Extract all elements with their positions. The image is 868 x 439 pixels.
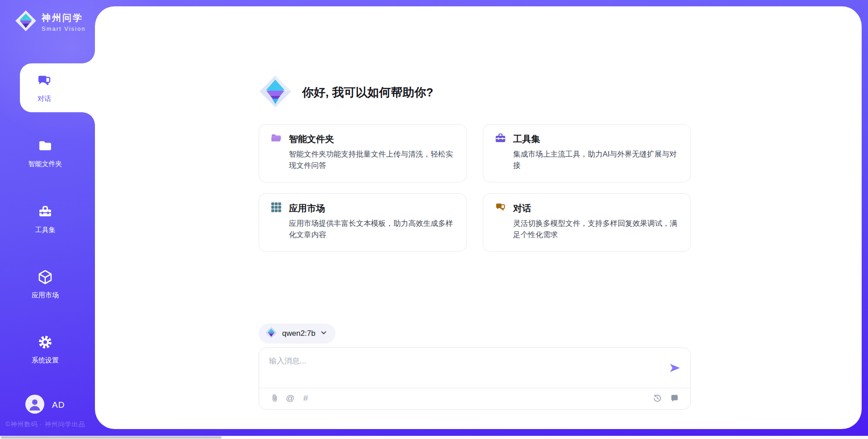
sidebar-item-label: 应用市场	[32, 291, 59, 300]
composer-toolbar: @ #	[259, 387, 690, 409]
horizontal-scrollbar-thumb[interactable]	[1, 436, 222, 439]
sidebar-item-smart-folder[interactable]: 智能文件夹	[0, 138, 90, 168]
message-input[interactable]	[259, 348, 648, 387]
sidebar-item-toolset[interactable]: 工具集	[0, 204, 90, 234]
card-description: 灵活切换多模型文件，支持多样回复效果调试，满足个性化需求	[513, 218, 679, 240]
sidebar-item-label: 工具集	[35, 226, 56, 234]
card-title: 工具集	[513, 133, 540, 145]
feature-cards: 智能文件夹 智能文件夹功能支持批量文件上传与清洗，轻松实现文件问答	[259, 124, 691, 252]
brand-diamond-icon	[15, 10, 37, 33]
attachment-icon[interactable]	[268, 391, 282, 405]
sidebar-item-app-market[interactable]: 应用市场	[0, 269, 90, 300]
send-icon[interactable]	[669, 362, 681, 374]
brand-name: 神州问学	[42, 12, 85, 24]
card-title: 对话	[513, 202, 531, 215]
card-app-market[interactable]: 应用市场 应用市场提供丰富长文本模板，助力高效生成多样化文章内容	[259, 193, 467, 252]
topic-hash-icon[interactable]: #	[299, 391, 312, 405]
toolbox-icon	[495, 133, 506, 145]
toolbox-icon	[37, 204, 53, 222]
greeting-block: 你好, 我可以如何帮助你?	[259, 76, 691, 109]
brand-logo: 神州问学 Smart Vision	[15, 10, 85, 33]
card-smart-folder[interactable]: 智能文件夹 智能文件夹功能支持批量文件上传与清洗，轻松实现文件问答	[259, 124, 467, 182]
brand-subtitle: Smart Vision	[42, 25, 85, 32]
content-column: 你好, 我可以如何帮助你? 智能文件夹 智能文件夹功能支持批量文件上传与清洗，轻…	[259, 76, 691, 410]
mention-icon[interactable]: @	[283, 391, 297, 405]
sidebar-item-settings[interactable]: 系统设置	[0, 334, 90, 365]
chat-bubbles-icon	[495, 202, 506, 215]
chat-bubbles-icon	[36, 73, 52, 91]
avatar	[25, 395, 44, 415]
model-selector[interactable]: qwen2:7b	[259, 324, 335, 344]
card-chat[interactable]: 对话 灵活切换多模型文件，支持多样回复效果调试，满足个性化需求	[483, 193, 691, 252]
folder-icon	[37, 138, 53, 156]
card-description: 智能文件夹功能支持批量文件上传与清洗，轻松实现文件问答	[289, 148, 454, 171]
history-icon[interactable]	[651, 391, 664, 405]
active-tab-bottom-curve	[82, 112, 95, 125]
gear-icon	[37, 334, 53, 352]
sidebar: 神州问学 Smart Vision 对话 智能文件夹	[0, 0, 95, 439]
active-tab-top-curve	[82, 51, 95, 63]
user-account[interactable]: AD	[25, 395, 65, 415]
main-panel: 你好, 我可以如何帮助你? 智能文件夹 智能文件夹功能支持批量文件上传与清洗，轻…	[95, 6, 862, 429]
model-diamond-icon	[265, 327, 277, 340]
comments-icon[interactable]	[668, 391, 681, 405]
sidebar-item-chat[interactable]: 对话	[20, 63, 95, 112]
sidebar-item-label: 智能文件夹	[28, 160, 62, 168]
sidebar-item-label: 系统设置	[32, 356, 59, 365]
card-title: 应用市场	[289, 202, 325, 215]
card-description: 应用市场提供丰富长文本模板，助力高效生成多样化文章内容	[289, 218, 454, 240]
horizontal-scrollbar[interactable]	[0, 436, 868, 439]
card-description: 集成市场上主流工具，助力AI与外界无缝扩展与对接	[513, 148, 679, 171]
cube-icon	[37, 269, 53, 287]
greeting-title: 你好, 我可以如何帮助你?	[302, 85, 433, 100]
brand-diamond-icon	[259, 75, 292, 110]
sidebar-item-label: 对话	[38, 95, 51, 103]
chevron-down-icon	[321, 329, 327, 338]
folder-open-icon	[271, 133, 282, 145]
card-title: 智能文件夹	[289, 133, 334, 145]
card-toolset[interactable]: 工具集 集成市场上主流工具，助力AI与外界无缝扩展与对接	[483, 124, 691, 182]
model-name: qwen2:7b	[282, 329, 316, 338]
user-initials: AD	[52, 400, 65, 410]
message-composer: @ #	[259, 348, 691, 410]
app-grid-icon	[271, 202, 282, 215]
copyright-text: ©神州数码 · 神州问学出品	[5, 420, 85, 429]
